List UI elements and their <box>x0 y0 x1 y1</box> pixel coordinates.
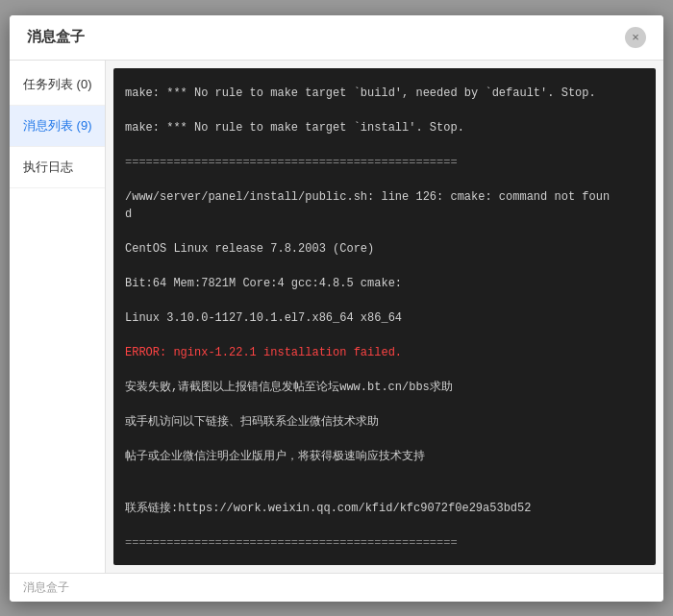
terminal-line: ========================================… <box>125 154 644 171</box>
terminal-line: 安装失败,请截图以上报错信息发帖至论坛www.bt.cn/bbs求助 <box>125 379 644 396</box>
sidebar-item-task-list[interactable]: 任务列表 (0) <box>10 64 105 106</box>
terminal-line: Linux 3.10.0-1127.10.1.el7.x86_64 x86_64 <box>125 309 644 327</box>
terminal-line: 联系链接:https://work.weixin.qq.com/kfid/kfc… <box>125 500 644 517</box>
dialog-footer: 消息盒子 <box>10 573 663 602</box>
dialog-title: 消息盒子 <box>27 28 85 46</box>
dialog-header: 消息盒子 × <box>10 15 663 61</box>
close-button[interactable]: × <box>625 27 646 48</box>
sidebar: 任务列表 (0)消息列表 (9)执行日志 <box>10 61 106 573</box>
terminal-line: make: *** No rule to make target `instal… <box>125 119 644 136</box>
terminal-line: Bit:64 Mem:7821M Core:4 gcc:4.8.5 cmake: <box>125 275 644 292</box>
terminal-line: /www/server/panel/install/public.sh: lin… <box>125 188 644 223</box>
terminal-output[interactable]: + ngx_http_subs_filter_module was config… <box>113 68 656 565</box>
terminal-line: 或手机访问以下链接、扫码联系企业微信技术求助 <box>125 413 644 431</box>
main-content: + ngx_http_subs_filter_module was config… <box>106 61 663 573</box>
sidebar-item-exec-log[interactable]: 执行日志 <box>10 147 105 188</box>
terminal-line: 帖子或企业微信注明企业版用户，将获得极速响应技术支持 <box>125 448 644 465</box>
dialog-body: 任务列表 (0)消息列表 (9)执行日志 + ngx_http_subs_fil… <box>10 61 663 573</box>
message-dialog: 消息盒子 × 任务列表 (0)消息列表 (9)执行日志 + ngx_http_s… <box>10 15 663 602</box>
terminal-line: ========================================… <box>125 534 644 552</box>
sidebar-item-message-list[interactable]: 消息列表 (9) <box>10 106 105 147</box>
terminal-line: ERROR: nginx-1.22.1 installation failed. <box>125 344 644 361</box>
terminal-line: CentOS Linux release 7.8.2003 (Core) <box>125 240 644 258</box>
terminal-line: make: *** No rule to make target `build'… <box>125 85 644 102</box>
